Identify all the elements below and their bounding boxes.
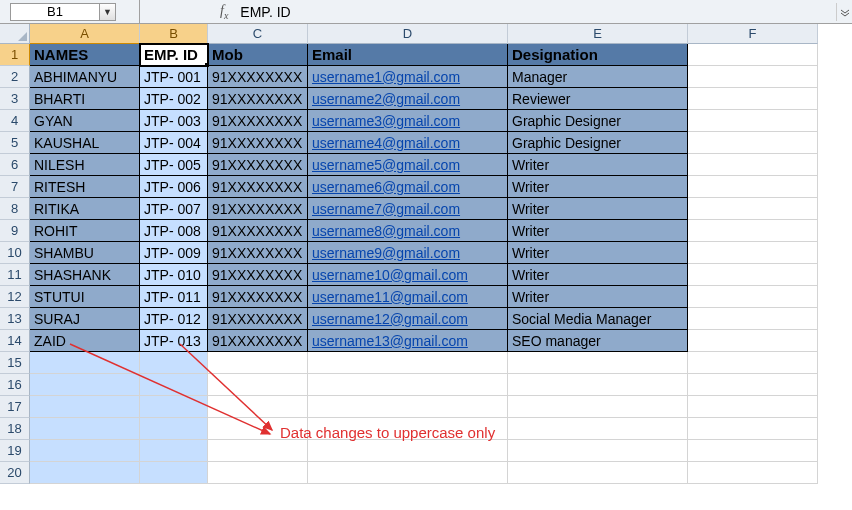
row-header-11[interactable]: 11 [0, 264, 30, 286]
cell-B6[interactable]: JTP- 005 [140, 154, 208, 176]
cell-D2[interactable]: username1@gmail.com [308, 66, 508, 88]
row-header-14[interactable]: 14 [0, 330, 30, 352]
cell-E12[interactable]: Writer [508, 286, 688, 308]
cell-E2[interactable]: Manager [508, 66, 688, 88]
cell-A9[interactable]: ROHIT [30, 220, 140, 242]
cell-D15[interactable] [308, 352, 508, 374]
cell-B10[interactable]: JTP- 009 [140, 242, 208, 264]
cell-C1[interactable]: Mob [208, 44, 308, 66]
cell-E1[interactable]: Designation [508, 44, 688, 66]
column-header-F[interactable]: F [688, 24, 818, 44]
cell-D20[interactable] [308, 462, 508, 484]
cell-B8[interactable]: JTP- 007 [140, 198, 208, 220]
row-header-5[interactable]: 5 [0, 132, 30, 154]
cell-F11[interactable] [688, 264, 818, 286]
cell-E11[interactable]: Writer [508, 264, 688, 286]
formula-bar-expand[interactable] [836, 3, 852, 21]
cell-A8[interactable]: RITIKA [30, 198, 140, 220]
row-header-4[interactable]: 4 [0, 110, 30, 132]
name-box-dropdown[interactable]: ▼ [100, 3, 116, 21]
cell-A7[interactable]: RITESH [30, 176, 140, 198]
cell-E3[interactable]: Reviewer [508, 88, 688, 110]
cell-B19[interactable] [140, 440, 208, 462]
cell-A19[interactable] [30, 440, 140, 462]
cell-D5[interactable]: username4@gmail.com [308, 132, 508, 154]
cell-C16[interactable] [208, 374, 308, 396]
cell-C6[interactable]: 91XXXXXXXX [208, 154, 308, 176]
cell-A18[interactable] [30, 418, 140, 440]
row-header-13[interactable]: 13 [0, 308, 30, 330]
cell-D9[interactable]: username8@gmail.com [308, 220, 508, 242]
email-link[interactable]: username11@gmail.com [312, 289, 468, 305]
row-header-6[interactable]: 6 [0, 154, 30, 176]
email-link[interactable]: username1@gmail.com [312, 69, 460, 85]
cell-F7[interactable] [688, 176, 818, 198]
cell-F16[interactable] [688, 374, 818, 396]
row-header-10[interactable]: 10 [0, 242, 30, 264]
cell-F1[interactable] [688, 44, 818, 66]
cell-C3[interactable]: 91XXXXXXXX [208, 88, 308, 110]
cell-C19[interactable] [208, 440, 308, 462]
cell-A11[interactable]: SHASHANK [30, 264, 140, 286]
cell-F14[interactable] [688, 330, 818, 352]
cell-F13[interactable] [688, 308, 818, 330]
cell-A15[interactable] [30, 352, 140, 374]
cell-C15[interactable] [208, 352, 308, 374]
cell-B11[interactable]: JTP- 010 [140, 264, 208, 286]
cell-A17[interactable] [30, 396, 140, 418]
cell-D18[interactable] [308, 418, 508, 440]
cell-D3[interactable]: username2@gmail.com [308, 88, 508, 110]
cell-F18[interactable] [688, 418, 818, 440]
email-link[interactable]: username12@gmail.com [312, 311, 468, 327]
row-header-2[interactable]: 2 [0, 66, 30, 88]
cell-B17[interactable] [140, 396, 208, 418]
cell-C11[interactable]: 91XXXXXXXX [208, 264, 308, 286]
fx-icon[interactable]: fx [140, 3, 236, 21]
cell-A12[interactable]: STUTUI [30, 286, 140, 308]
cell-A16[interactable] [30, 374, 140, 396]
row-header-8[interactable]: 8 [0, 198, 30, 220]
name-box[interactable] [10, 3, 100, 21]
cell-C17[interactable] [208, 396, 308, 418]
row-header-15[interactable]: 15 [0, 352, 30, 374]
cell-C2[interactable]: 91XXXXXXXX [208, 66, 308, 88]
cell-F20[interactable] [688, 462, 818, 484]
cell-B9[interactable]: JTP- 008 [140, 220, 208, 242]
cell-B7[interactable]: JTP- 006 [140, 176, 208, 198]
cell-F9[interactable] [688, 220, 818, 242]
cell-A3[interactable]: BHARTI [30, 88, 140, 110]
row-header-19[interactable]: 19 [0, 440, 30, 462]
cell-C14[interactable]: 91XXXXXXXX [208, 330, 308, 352]
cell-C13[interactable]: 91XXXXXXXX [208, 308, 308, 330]
cell-D17[interactable] [308, 396, 508, 418]
cell-B18[interactable] [140, 418, 208, 440]
cell-C8[interactable]: 91XXXXXXXX [208, 198, 308, 220]
cell-C12[interactable]: 91XXXXXXXX [208, 286, 308, 308]
row-header-17[interactable]: 17 [0, 396, 30, 418]
cell-F12[interactable] [688, 286, 818, 308]
email-link[interactable]: username9@gmail.com [312, 245, 460, 261]
cell-E15[interactable] [508, 352, 688, 374]
cell-F19[interactable] [688, 440, 818, 462]
cell-F6[interactable] [688, 154, 818, 176]
cell-B1[interactable]: EMP. ID [140, 44, 208, 66]
cell-C7[interactable]: 91XXXXXXXX [208, 176, 308, 198]
cell-E4[interactable]: Graphic Designer [508, 110, 688, 132]
cell-D13[interactable]: username12@gmail.com [308, 308, 508, 330]
cell-D4[interactable]: username3@gmail.com [308, 110, 508, 132]
cell-B4[interactable]: JTP- 003 [140, 110, 208, 132]
cell-B14[interactable]: JTP- 013 [140, 330, 208, 352]
cell-A20[interactable] [30, 462, 140, 484]
cell-E20[interactable] [508, 462, 688, 484]
cell-A1[interactable]: NAMES [30, 44, 140, 66]
cell-A2[interactable]: ABHIMANYU [30, 66, 140, 88]
select-all-corner[interactable] [0, 24, 30, 44]
row-header-7[interactable]: 7 [0, 176, 30, 198]
cell-B5[interactable]: JTP- 004 [140, 132, 208, 154]
cell-F15[interactable] [688, 352, 818, 374]
cell-C20[interactable] [208, 462, 308, 484]
cell-F2[interactable] [688, 66, 818, 88]
row-header-20[interactable]: 20 [0, 462, 30, 484]
cell-C18[interactable] [208, 418, 308, 440]
cell-B20[interactable] [140, 462, 208, 484]
